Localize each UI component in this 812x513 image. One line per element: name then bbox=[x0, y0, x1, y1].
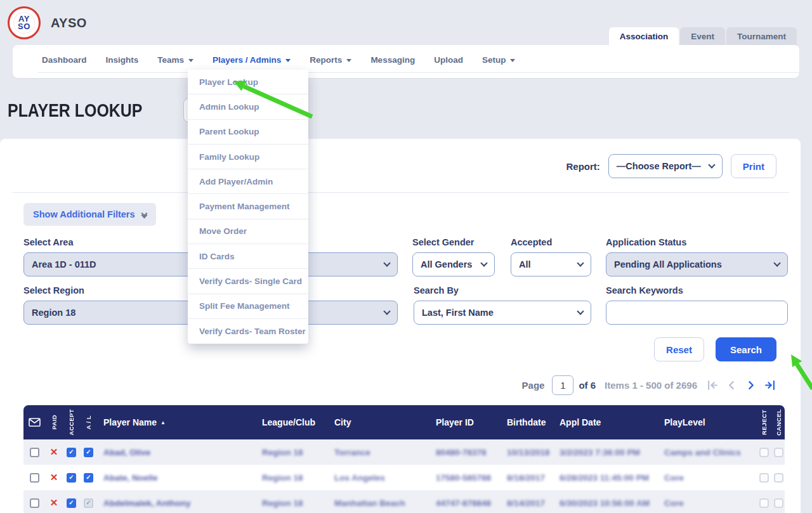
column-header-playlevel[interactable]: PlayLevel bbox=[664, 405, 756, 439]
accept-checkbox[interactable] bbox=[67, 448, 76, 457]
cell-value-player_name[interactable]: Abad, Olive bbox=[103, 448, 150, 457]
table-body: ✕Abad, OliveRegion 18Torrance80480-78378… bbox=[23, 439, 785, 513]
page-number-input[interactable] bbox=[552, 375, 573, 395]
tab-association[interactable]: Association bbox=[609, 27, 679, 45]
cell-value-player_name[interactable]: Abdelmalek, Anthony bbox=[103, 498, 191, 508]
cell-email bbox=[23, 490, 45, 513]
search-keywords-input[interactable] bbox=[606, 301, 788, 325]
cell-league: Region 18 bbox=[256, 439, 328, 465]
page-title: PLAYER LOOKUP bbox=[8, 100, 143, 121]
nav-items: DashboardInsightsTeamsPlayers / AdminsRe… bbox=[13, 55, 799, 72]
section-divider bbox=[13, 192, 789, 193]
cancel-checkbox[interactable] bbox=[774, 473, 783, 483]
nav-item-label: Dashboard bbox=[42, 55, 87, 65]
column-header-reject: REJECT bbox=[756, 405, 772, 439]
cell-email bbox=[23, 439, 45, 465]
nav-item-insights[interactable]: Insights bbox=[106, 55, 139, 65]
cancel-checkbox[interactable] bbox=[774, 498, 783, 508]
menu-item-admin-lookup[interactable]: Admin Lookup bbox=[188, 94, 308, 119]
search-by-select[interactable]: Last, First Name bbox=[414, 301, 591, 325]
column-header-appl_date[interactable]: Appl Date bbox=[560, 405, 664, 439]
cell-player_id: 80480-78378 bbox=[429, 439, 506, 465]
cell-league: Region 18 bbox=[256, 490, 328, 513]
reset-button[interactable]: Reset bbox=[654, 337, 704, 361]
cell-value-player_name[interactable]: Abate, Noelle bbox=[103, 473, 158, 483]
row-select-checkbox[interactable] bbox=[30, 448, 39, 457]
last-page-icon[interactable] bbox=[764, 380, 775, 391]
accept-checkbox[interactable] bbox=[67, 473, 76, 483]
previous-page-icon[interactable] bbox=[726, 380, 737, 391]
column-header-paid: PAID bbox=[45, 405, 63, 439]
column-header-player_name[interactable]: Player Name▲ bbox=[97, 405, 256, 439]
tab-event[interactable]: Event bbox=[680, 27, 725, 45]
search-by-label: Search By bbox=[414, 285, 591, 295]
cell-cancel bbox=[772, 465, 785, 490]
envelope-icon bbox=[29, 418, 41, 427]
double-chevron-down-icon bbox=[142, 211, 147, 218]
cell-value-player_id: 80480-78378 bbox=[436, 448, 487, 457]
column-header-city[interactable]: City bbox=[328, 405, 429, 439]
menu-item-split-fee-management[interactable]: Split Fee Management bbox=[188, 294, 308, 319]
cell-accept bbox=[63, 490, 80, 513]
reject-checkbox[interactable] bbox=[759, 448, 769, 457]
players-table: PAIDACCEPTA / LPlayer Name▲League/ClubCi… bbox=[23, 405, 785, 513]
report-select[interactable]: —Choose Report— bbox=[608, 154, 723, 178]
menu-item-move-order[interactable]: Move Order bbox=[188, 219, 308, 244]
column-header-birthdate[interactable]: Birthdate bbox=[506, 405, 560, 439]
report-select-value: —Choose Report— bbox=[617, 161, 701, 171]
first-page-icon[interactable] bbox=[707, 380, 718, 391]
column-label: Appl Date bbox=[560, 417, 601, 427]
nav-item-setup[interactable]: Setup bbox=[482, 55, 516, 65]
column-header-email[interactable] bbox=[23, 405, 45, 439]
nav-item-dashboard[interactable]: Dashboard bbox=[42, 55, 87, 65]
menu-item-family-lookup[interactable]: Family Lookup bbox=[188, 145, 308, 169]
menu-item-verify-cards-single-card[interactable]: Verify Cards- Single Card bbox=[188, 269, 308, 294]
column-label: League/Club bbox=[262, 417, 315, 427]
row-select-checkbox[interactable] bbox=[30, 498, 39, 508]
nav-item-teams[interactable]: Teams bbox=[157, 55, 193, 65]
menu-item-verify-cards-team-roster[interactable]: Verify Cards- Team Roster bbox=[188, 319, 308, 344]
gender-select[interactable]: All Genders bbox=[412, 252, 495, 276]
menu-item-player-lookup[interactable]: Player Lookup bbox=[188, 70, 308, 94]
print-button[interactable]: Print bbox=[731, 154, 776, 178]
row-select-checkbox[interactable] bbox=[30, 473, 39, 483]
column-label: A / L bbox=[85, 415, 92, 429]
cell-accept bbox=[63, 465, 80, 490]
menu-item-payment-management[interactable]: Payment Management bbox=[188, 194, 308, 219]
reject-checkbox[interactable] bbox=[759, 498, 769, 508]
menu-item-id-cards[interactable]: ID Cards bbox=[188, 244, 308, 269]
al-checkbox[interactable] bbox=[84, 448, 93, 457]
nav-bar: DashboardInsightsTeamsPlayers / AdminsRe… bbox=[13, 45, 799, 78]
nav-item-upload[interactable]: Upload bbox=[434, 55, 463, 65]
chevron-down-icon bbox=[480, 259, 487, 266]
next-page-icon[interactable] bbox=[745, 380, 756, 391]
reject-checkbox[interactable] bbox=[759, 473, 769, 483]
search-button[interactable]: Search bbox=[716, 337, 776, 361]
menu-item-add-player-admin[interactable]: Add Player/Admin bbox=[188, 169, 308, 194]
nav-item-players-admins[interactable]: Players / Admins bbox=[213, 55, 291, 65]
tab-tournament[interactable]: Tournament bbox=[726, 27, 797, 45]
accepted-select[interactable]: All bbox=[511, 252, 591, 276]
nav-item-reports[interactable]: Reports bbox=[310, 55, 351, 65]
application-status-select[interactable]: Pending All Applications bbox=[606, 252, 788, 276]
cell-player_name: Abdelmalek, Anthony bbox=[97, 490, 256, 513]
cell-reject bbox=[756, 465, 772, 490]
chevron-down-icon bbox=[285, 59, 291, 62]
al-checkbox[interactable] bbox=[84, 473, 93, 483]
al-checkbox[interactable] bbox=[84, 498, 93, 508]
cell-value-appl_date: 6/28/2023 11:45:00 PM bbox=[560, 473, 649, 483]
nav-item-messaging[interactable]: Messaging bbox=[370, 55, 415, 65]
cell-email bbox=[23, 465, 45, 490]
column-header-cancel: CANCEL bbox=[772, 405, 785, 439]
cell-birthdate: 10/13/2018 bbox=[506, 439, 560, 465]
show-additional-filters-button[interactable]: Show Additional Filters bbox=[23, 203, 156, 226]
accept-checkbox[interactable] bbox=[67, 498, 76, 508]
logo-text-bottom: SO bbox=[18, 23, 30, 30]
chevron-down-icon bbox=[188, 59, 193, 62]
menu-item-parent-lookup[interactable]: Parent Lookup bbox=[188, 120, 308, 145]
table-row: ✕Abdelmalek, AnthonyRegion 18Manhattan B… bbox=[23, 490, 785, 513]
cancel-checkbox[interactable] bbox=[774, 448, 783, 457]
column-header-player_id[interactable]: Player ID bbox=[429, 405, 506, 439]
column-header-league[interactable]: League/Club bbox=[256, 405, 328, 439]
chevron-down-icon bbox=[383, 259, 390, 266]
